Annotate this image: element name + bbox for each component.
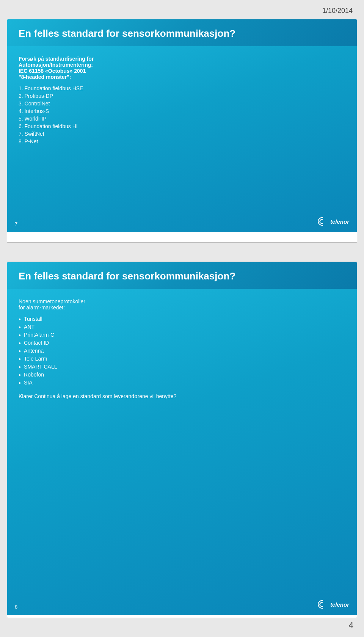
slide1-header: En felles standard for sensorkommunikasj… — [7, 19, 357, 46]
telenor-icon-2 — [317, 599, 328, 610]
slide2-subtitle-line1: Noen summetoneprotokoller — [19, 298, 85, 304]
bullet-item-tunstall: Tunstall — [19, 316, 345, 322]
slide2-number: 8 — [15, 604, 17, 610]
slide1-body: Forsøk på standardisering for Automasjon… — [7, 46, 357, 232]
bullet-item-contactid: Contact ID — [19, 340, 345, 346]
bullet-item-ant: ANT — [19, 324, 345, 330]
list-item: 6. Foundation fieldbus HI — [19, 123, 345, 129]
slide2: En felles standard for sensorkommunikasj… — [7, 262, 357, 618]
slide1-intro-line1: Forsøk på standardisering for — [19, 56, 94, 62]
slide1-title: En felles standard for sensorkommunikasj… — [19, 28, 345, 39]
list-item: 4. Interbus-S — [19, 108, 345, 114]
slide1-intro-line3: IEC 61158 «Octobus» 2001 — [19, 68, 86, 74]
telenor-icon-1 — [317, 216, 328, 227]
telenor-logo-text-1: telenor — [330, 218, 349, 225]
bullet-item-telelarm: Tele Larm — [19, 356, 345, 362]
slide2-title: En felles standard for sensorkommunikasj… — [19, 270, 345, 282]
slide2-body: Noen summetoneprotokoller for alarm-mark… — [7, 289, 357, 615]
slide1-intro-line2: Automasjon/Instrumentering: — [19, 62, 93, 68]
telenor-logo-text-2: telenor — [330, 601, 349, 608]
slide2-header: En felles standard for sensorkommunikasj… — [7, 262, 357, 289]
bullet-item-sia: SIA — [19, 380, 345, 386]
list-item: 7. SwiftNet — [19, 131, 345, 137]
list-item: 1. Foundation fieldbus HSE — [19, 85, 345, 91]
list-item: 3. ControlNet — [19, 100, 345, 107]
slide1-intro-bold: "8-headed monster": — [19, 74, 71, 80]
bullet-item-antenna: Antenna — [19, 348, 345, 354]
page-number: 4 — [349, 620, 353, 630]
list-item: 8. P-Net — [19, 138, 345, 144]
bullet-item-smartcall: SMART CALL — [19, 364, 345, 370]
telenor-logo-1: telenor — [317, 216, 349, 227]
list-item: 5. WorldFIP — [19, 116, 345, 122]
bullet-item-printalarm: PrintAlarm-C — [19, 332, 345, 338]
slide2-closing: Klarer Continua å lage en standard som l… — [19, 393, 345, 399]
list-item: 2. Profibus-DP — [19, 93, 345, 99]
page-date: 1/10/2014 — [322, 7, 353, 15]
telenor-logo-2: telenor — [317, 599, 349, 610]
slide1: En felles standard for sensorkommunikasj… — [7, 19, 357, 243]
slide1-intro: Forsøk på standardisering for Automasjon… — [19, 56, 345, 80]
slide2-bullet-list: Tunstall ANT PrintAlarm-C Contact ID Ant… — [19, 316, 345, 386]
slide2-subtitle: Noen summetoneprotokoller for alarm-mark… — [19, 298, 345, 311]
slide1-list: 1. Foundation fieldbus HSE 2. Profibus-D… — [19, 85, 345, 144]
bullet-item-robofon: Robofon — [19, 372, 345, 378]
slide2-subtitle-line2: for alarm-markedet: — [19, 304, 65, 311]
slide1-number: 7 — [15, 221, 17, 227]
